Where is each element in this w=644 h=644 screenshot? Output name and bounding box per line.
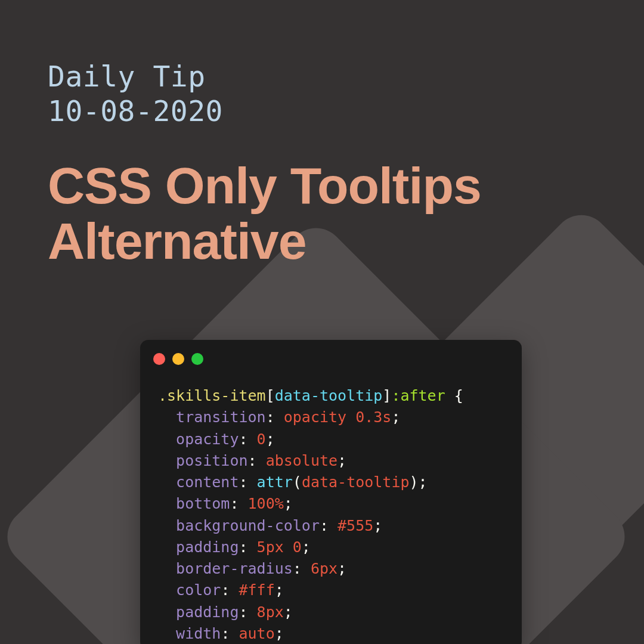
- content-area: Daily Tip 10-08-2020 CSS Only Tooltips A…: [0, 0, 644, 269]
- code-block: .skills-item[data-tooltip]:after { trans…: [140, 365, 522, 644]
- kicker: Daily Tip 10-08-2020: [48, 60, 596, 128]
- zoom-icon: [191, 353, 203, 365]
- close-icon: [153, 353, 165, 365]
- kicker-line-1: Daily Tip: [48, 60, 596, 94]
- main-title: CSS Only Tooltips Alternative: [48, 158, 596, 269]
- code-editor-window: .skills-item[data-tooltip]:after { trans…: [140, 340, 522, 644]
- kicker-line-2: 10-08-2020: [48, 94, 596, 129]
- minimize-icon: [172, 353, 184, 365]
- window-traffic-lights: [140, 340, 522, 365]
